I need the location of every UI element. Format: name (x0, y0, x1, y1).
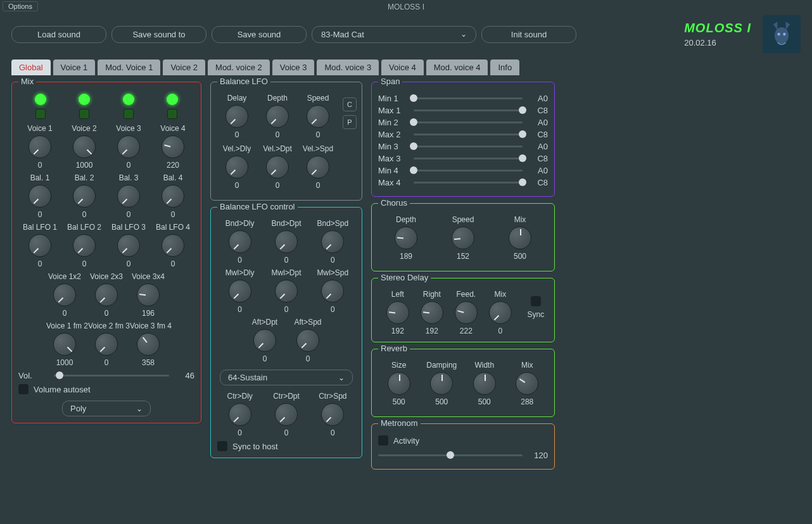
tab-voice-2[interactable]: Voice 2 (163, 59, 205, 75)
voice-level-3-knob[interactable] (162, 135, 184, 158)
balance-lfo-3-knob[interactable] (162, 234, 184, 257)
blfo-2-knob[interactable] (307, 105, 329, 128)
balance-0-knob[interactable] (29, 185, 51, 208)
options-button[interactable]: Options (3, 1, 38, 11)
span-6-slider[interactable] (414, 170, 523, 172)
span-1-slider[interactable] (414, 109, 523, 111)
c-button[interactable]: C (343, 97, 357, 111)
load-sound-button[interactable]: Load sound (11, 26, 106, 43)
ctr-1-knob[interactable] (275, 403, 298, 426)
chorus-2-knob[interactable] (509, 227, 531, 249)
stereo-0-label: Left (382, 290, 414, 299)
voice-4-enable[interactable] (167, 109, 177, 119)
chevron-down-icon: ⌄ (338, 373, 345, 382)
save-sound-to-button[interactable]: Save sound to (111, 26, 206, 43)
tab-mod-voice-3[interactable]: Mod. voice 3 (317, 59, 379, 75)
aft-1-knob[interactable] (296, 329, 319, 352)
chorus-1-knob[interactable] (452, 227, 474, 249)
save-sound-button[interactable]: Save sound (212, 26, 307, 43)
tab-mod-voice-4[interactable]: Mod. voice 4 (426, 59, 488, 75)
balance-lfo-2-knob[interactable] (117, 234, 140, 257)
stereo-2-knob[interactable] (455, 301, 478, 324)
voice-level-0-knob[interactable] (29, 135, 51, 158)
voice-level-2-value: 0 (110, 161, 147, 170)
sync-to-host-checkbox[interactable] (217, 441, 227, 451)
ctr-2-knob[interactable] (321, 403, 344, 426)
reverb-3-label: Mix (509, 361, 545, 370)
p-button[interactable]: P (343, 115, 357, 129)
chorus-title: Chorus (378, 198, 410, 208)
blfo-vel-0-knob[interactable] (225, 156, 248, 178)
balance-2-knob[interactable] (117, 185, 140, 208)
mwl-1-knob[interactable] (275, 280, 298, 303)
volume-autoset-checkbox[interactable] (18, 384, 29, 394)
volume-slider[interactable] (54, 375, 169, 377)
balance-lfo-3-label: Bal LFO 4 (155, 223, 191, 232)
cross-mod-0-knob[interactable] (53, 284, 76, 306)
metronom-activity-checkbox[interactable] (378, 435, 388, 446)
balance-1-knob[interactable] (73, 185, 96, 208)
voice-level-1-knob[interactable] (73, 135, 96, 158)
tab-mod-voice-2[interactable]: Mod. voice 2 (208, 59, 270, 75)
tab-info[interactable]: Info (490, 59, 519, 75)
chorus-0-knob[interactable] (395, 227, 417, 249)
stereo-1-knob[interactable] (421, 301, 443, 324)
reverb-2-knob[interactable] (473, 372, 496, 395)
mwl-2-knob[interactable] (321, 280, 344, 303)
reverb-1-knob[interactable] (430, 372, 453, 395)
voice-2-led (79, 94, 90, 105)
fm-0-knob[interactable] (53, 333, 76, 356)
voice-2-enable[interactable] (79, 109, 89, 119)
balance-0-label: Bal. 1 (22, 173, 58, 182)
bnd-2-knob[interactable] (321, 230, 344, 253)
blfo-1-value: 0 (259, 130, 296, 139)
span-0-slider[interactable] (414, 97, 523, 99)
volume-value: 46 (174, 371, 194, 380)
voice-1-enable[interactable] (35, 109, 46, 119)
voice-3-enable[interactable] (124, 109, 134, 119)
init-sound-button[interactable]: Init sound (481, 26, 576, 43)
brand-version: 20.02.16 (684, 38, 751, 47)
poly-select[interactable]: Poly ⌄ (62, 401, 151, 416)
aft-0-knob[interactable] (253, 329, 276, 352)
stereo-3-knob[interactable] (489, 301, 512, 324)
tab-voice-1[interactable]: Voice 1 (53, 59, 96, 75)
reverb-3-knob[interactable] (516, 372, 538, 395)
ctr-0-knob[interactable] (229, 403, 251, 426)
blfo-vel-2-knob[interactable] (307, 156, 329, 178)
span-2-slider[interactable] (414, 122, 523, 123)
span-5-slider[interactable] (414, 158, 523, 159)
span-7-slider[interactable] (414, 182, 523, 184)
balance-lfo-2-value: 0 (110, 259, 147, 268)
fm-2-knob[interactable] (137, 333, 160, 356)
preset-select[interactable]: 83-Mad Cat ⌄ (312, 26, 476, 43)
mwl-0-knob[interactable] (229, 280, 251, 303)
tab-voice-4[interactable]: Voice 4 (381, 59, 424, 75)
bnd-0-knob[interactable] (229, 230, 251, 253)
tab-mod-voice-1[interactable]: Mod. Voice 1 (98, 59, 160, 75)
blfo-1-knob[interactable] (266, 105, 289, 128)
cross-mod-2-knob[interactable] (137, 284, 160, 306)
tab-voice-3[interactable]: Voice 3 (272, 59, 315, 75)
bnd-1-label: Bnd>Dpt (268, 219, 305, 228)
fm-1-knob[interactable] (95, 333, 118, 356)
stereo-sync-checkbox[interactable] (531, 296, 541, 306)
volume-autoset-label: Volume autoset (34, 385, 91, 394)
controller-select[interactable]: 64-Sustain ⌄ (220, 370, 353, 385)
balance-3-knob[interactable] (162, 185, 184, 208)
bnd-1-knob[interactable] (275, 230, 298, 253)
reverb-0-knob[interactable] (388, 372, 410, 395)
tab-global[interactable]: Global (11, 59, 51, 75)
tempo-slider[interactable] (378, 454, 523, 456)
balance-lfo-1-knob[interactable] (73, 234, 96, 257)
cross-mod-1-knob[interactable] (95, 284, 118, 306)
span-3-slider[interactable] (414, 134, 523, 135)
stereo-0-knob[interactable] (386, 301, 409, 324)
stereo-delay-title: Stereo Delay (378, 273, 431, 282)
blfo-vel-1-knob[interactable] (266, 156, 289, 178)
voice-level-2-knob[interactable] (117, 135, 140, 158)
balance-lfo-0-knob[interactable] (29, 234, 51, 257)
span-4-slider[interactable] (414, 146, 523, 147)
blfo-0-knob[interactable] (225, 105, 248, 128)
span-2-label: Min 2 (378, 118, 409, 127)
